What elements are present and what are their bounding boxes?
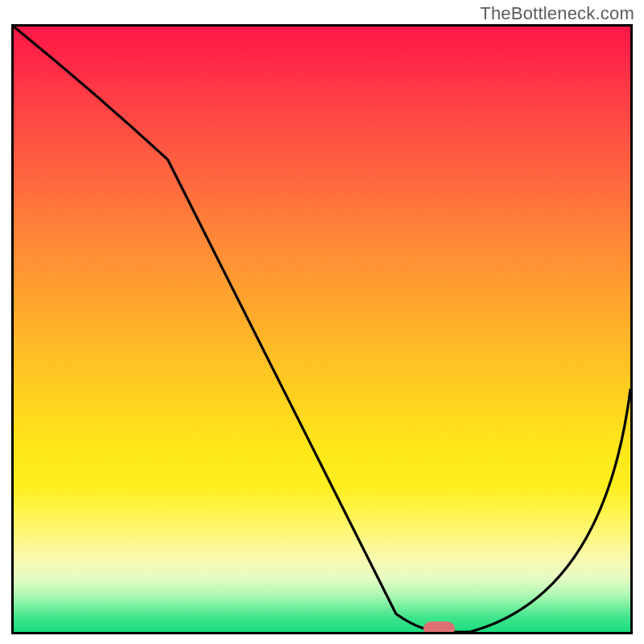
chart-frame: TheBottleneck.com: [0, 0, 644, 644]
bottleneck-curve: [14, 27, 630, 632]
watermark-text: TheBottleneck.com: [480, 3, 634, 24]
optimal-marker: [423, 621, 456, 634]
plot-area: [11, 24, 633, 634]
